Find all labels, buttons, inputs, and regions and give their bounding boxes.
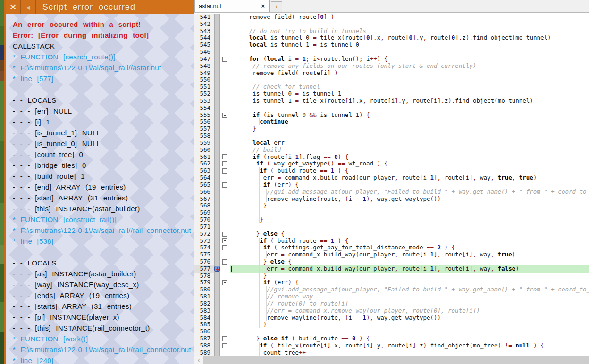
marker-margin[interactable] [214, 56, 220, 63]
code-line[interactable]: 566//gui.add_message_at(our_player, "Fai… [194, 189, 589, 196]
line-number[interactable]: 546 [194, 49, 214, 56]
line-number[interactable]: 573 [194, 238, 214, 245]
marker-margin[interactable] [214, 118, 220, 125]
code-line[interactable]: 585} [194, 321, 589, 328]
marker-margin[interactable] [214, 125, 220, 132]
line-number[interactable]: 577 [194, 265, 214, 273]
marker-margin[interactable] [214, 273, 220, 280]
line-number[interactable]: 568 [194, 202, 214, 209]
marker-margin[interactable] [214, 314, 220, 322]
marker-margin[interactable] [214, 209, 220, 216]
fold-toggle[interactable] [222, 336, 227, 341]
marker-margin[interactable] [214, 244, 220, 251]
code-line[interactable]: 574if ( settings.get_pay_for_total_dista… [194, 244, 589, 251]
code-line[interactable]: 560// build [194, 147, 589, 154]
marker-margin[interactable] [214, 132, 220, 140]
code-line[interactable]: 551// check for tunnel [194, 83, 589, 91]
code-line[interactable]: 570} [194, 216, 589, 223]
code-line[interactable]: 541remove_field( route[0] ) [194, 14, 589, 21]
line-number[interactable]: 544 [194, 34, 214, 41]
line-number[interactable]: 542 [194, 21, 214, 28]
code-area[interactable]: 541remove_field( route[0] )542543// do n… [194, 14, 589, 356]
marker-margin[interactable] [214, 342, 220, 349]
marker-margin[interactable] [214, 140, 220, 147]
code-line[interactable]: 555if (is_tunnel_0 && is_tunnel_1) { [194, 112, 589, 119]
line-number[interactable]: 561 [194, 154, 214, 161]
line-number[interactable]: 557 [194, 125, 214, 132]
marker-margin[interactable] [214, 349, 220, 356]
line-number[interactable]: 554 [194, 105, 214, 112]
marker-margin[interactable] [214, 91, 220, 98]
marker-margin[interactable] [214, 189, 220, 196]
code-line[interactable]: 578} [194, 273, 589, 280]
code-line[interactable]: 584remove_wayline(route, (i - 1), way.ge… [194, 314, 589, 322]
marker-margin[interactable] [214, 293, 220, 300]
tab-astar-nut[interactable]: astar.nut × [194, 0, 270, 12]
marker-margin[interactable] [214, 28, 220, 35]
code-line[interactable]: 545local is_tunnel_1 = is_tunnel_0 [194, 41, 589, 49]
marker-margin[interactable] [214, 49, 220, 56]
code-line[interactable]: 546 [194, 49, 589, 56]
line-number[interactable]: 549 [194, 70, 214, 77]
line-number[interactable]: 571 [194, 223, 214, 231]
line-number[interactable]: 579 [194, 279, 214, 286]
scrollbar-thumb[interactable] [203, 356, 589, 364]
code-line[interactable]: 582// route[0] to route[i] [194, 300, 589, 307]
code-line[interactable]: 581// remove way [194, 293, 589, 300]
code-line[interactable]: 550 [194, 76, 589, 83]
marker-margin[interactable] [214, 174, 220, 182]
marker-margin[interactable] [214, 258, 220, 265]
fold-toggle[interactable] [222, 154, 227, 159]
marker-margin[interactable] [214, 98, 220, 105]
fold-toggle[interactable] [222, 57, 227, 62]
marker-margin[interactable] [214, 70, 220, 77]
marker-margin[interactable] [214, 307, 220, 314]
line-number[interactable]: 574 [194, 244, 214, 251]
line-number[interactable]: 547 [194, 56, 214, 63]
fold-toggle[interactable] [222, 245, 227, 250]
line-number[interactable]: 572 [194, 231, 214, 238]
line-number[interactable]: 580 [194, 286, 214, 293]
code-line[interactable]: 549remove_field( route[i] ) [194, 70, 589, 77]
marker-margin[interactable] [214, 279, 220, 286]
line-number[interactable]: 584 [194, 314, 214, 322]
code-line[interactable]: 567remove_wayline(route, (i - 1), way.ge… [194, 196, 589, 203]
code-line[interactable]: 554 [194, 105, 589, 112]
scroll-left-button[interactable]: ‹ [194, 356, 203, 364]
marker-margin[interactable] [214, 216, 220, 223]
line-number[interactable]: 575 [194, 251, 214, 258]
code-line[interactable]: 577err = command_x.build_way(our_player,… [194, 265, 589, 273]
line-number[interactable]: 589 [194, 349, 214, 356]
fold-toggle[interactable] [222, 343, 227, 348]
code-line[interactable]: 547for (local i = 1; i<route.len(); i++)… [194, 56, 589, 63]
code-line[interactable]: 569 [194, 209, 589, 216]
code-line[interactable]: 573if ( build_route == 1 ) { [194, 238, 589, 245]
marker-margin[interactable] [214, 202, 220, 209]
marker-margin[interactable] [214, 286, 220, 293]
close-button[interactable]: ✕ [6, 0, 21, 14]
line-number[interactable]: 582 [194, 300, 214, 307]
marker-margin[interactable] [214, 160, 220, 167]
code-line[interactable]: 542 [194, 21, 589, 28]
line-number[interactable]: 581 [194, 293, 214, 300]
fold-toggle[interactable] [222, 280, 227, 285]
line-number[interactable]: 543 [194, 28, 214, 35]
marker-margin[interactable] [214, 41, 220, 49]
marker-margin[interactable] [214, 300, 220, 307]
horizontal-scrollbar[interactable]: ‹ [194, 356, 589, 364]
code-line[interactable]: 548// remove any fields on our routes (o… [194, 63, 589, 70]
code-line[interactable]: 583//err = command_x.remove_way(our_play… [194, 307, 589, 314]
line-number[interactable]: 563 [194, 167, 214, 174]
code-line[interactable]: 575err = command_x.build_way(our_player,… [194, 251, 589, 258]
line-number[interactable]: 545 [194, 41, 214, 49]
marker-margin[interactable] [214, 238, 220, 245]
line-number[interactable]: 576 [194, 258, 214, 265]
marker-margin[interactable] [214, 154, 220, 161]
marker-margin[interactable] [214, 182, 220, 189]
fold-toggle[interactable] [222, 113, 227, 118]
fold-toggle[interactable] [222, 182, 227, 188]
marker-margin[interactable] [214, 335, 220, 342]
code-line[interactable]: 556continue [194, 118, 589, 125]
marker-margin[interactable] [214, 167, 220, 174]
code-line[interactable]: 543// do not try to build in tunnels [194, 28, 589, 35]
